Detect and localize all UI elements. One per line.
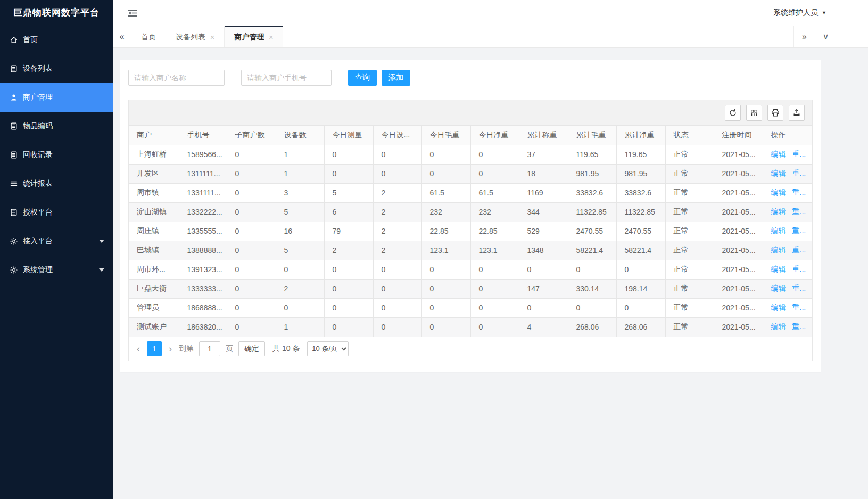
- table-cell: 2: [276, 279, 324, 298]
- chevron-down-icon: [99, 240, 104, 243]
- tabs-scroll-left-icon[interactable]: «: [113, 26, 131, 47]
- merchant-name-input[interactable]: [128, 70, 225, 86]
- list-icon: [10, 179, 18, 188]
- table-cell: 61.5: [470, 183, 519, 202]
- action-link[interactable]: 重...: [792, 246, 806, 254]
- print-icon[interactable]: [767, 105, 783, 121]
- table-cell: 0: [324, 260, 373, 279]
- action-link[interactable]: 重...: [792, 226, 806, 235]
- current-page[interactable]: 1: [147, 341, 162, 356]
- confirm-page-button[interactable]: 确定: [238, 341, 265, 356]
- table-cell: 79: [324, 222, 373, 241]
- sidebar-item-item-code[interactable]: 物品编码: [0, 112, 113, 141]
- action-link[interactable]: 编辑: [771, 246, 786, 254]
- table-cell: 1868888...: [179, 298, 227, 317]
- table-cell: 2021-05...: [714, 260, 763, 279]
- user-icon: [10, 93, 18, 102]
- table-cell: 58221.4: [568, 241, 616, 260]
- action-link[interactable]: 编辑: [771, 265, 786, 273]
- columns-icon[interactable]: [746, 105, 762, 121]
- action-link[interactable]: 编辑: [771, 284, 786, 292]
- sidebar-item-merchant-mgmt[interactable]: 商户管理: [0, 83, 113, 112]
- page-size-select[interactable]: 10 条/页: [307, 341, 349, 356]
- prev-page-icon[interactable]: ‹: [135, 341, 142, 356]
- row-actions: 编辑重...: [763, 222, 812, 241]
- action-link[interactable]: 编辑: [771, 188, 786, 197]
- tab-merchant-mgmt[interactable]: 商户管理 ×: [225, 26, 283, 47]
- table-cell: 3: [276, 183, 324, 202]
- table-row: 周市镇1331111...035261.561.5116933832.63383…: [129, 183, 812, 202]
- action-link[interactable]: 重...: [792, 303, 806, 312]
- goto-page-input[interactable]: [199, 341, 220, 356]
- row-actions: 编辑重...: [763, 164, 812, 183]
- table-cell: 0: [324, 164, 373, 183]
- table-cell: 开发区: [129, 164, 179, 183]
- column-header: 手机号: [179, 126, 227, 145]
- table-cell: 0: [227, 183, 276, 202]
- action-link[interactable]: 编辑: [771, 169, 786, 177]
- table-cell: 1333333...: [179, 279, 227, 298]
- table-cell: 正常: [665, 202, 714, 222]
- sidebar-item-statistics[interactable]: 统计报表: [0, 169, 113, 198]
- pagination: ‹ 1 › 到第 页 确定 共 10 条 10 条/页: [129, 337, 812, 361]
- add-button[interactable]: 添加: [382, 70, 410, 86]
- table-cell: 巴城镇: [129, 241, 179, 260]
- caret-down-icon: ▼: [822, 10, 826, 15]
- table-cell: 11322.85: [568, 202, 616, 222]
- action-link[interactable]: 编辑: [771, 322, 786, 331]
- refresh-icon[interactable]: [725, 105, 741, 121]
- table-cell: 0: [276, 298, 324, 317]
- table-cell: 0: [470, 260, 519, 279]
- sidebar-item-device-list[interactable]: 设备列表: [0, 54, 113, 83]
- table-cell: 淀山湖镇: [129, 202, 179, 222]
- action-link[interactable]: 编辑: [771, 226, 786, 235]
- table-cell: 0: [568, 260, 616, 279]
- filter-row: 查询 添加: [128, 70, 813, 86]
- tab-home[interactable]: 首页: [131, 26, 166, 47]
- table-cell: 0: [421, 279, 470, 298]
- sidebar-nav: 首页 设备列表 商户管理 物品编码 回收记录: [0, 26, 113, 284]
- row-actions: 编辑重...: [763, 317, 812, 337]
- document-icon: [10, 64, 18, 73]
- action-link[interactable]: 编辑: [771, 207, 786, 216]
- table-cell: 1348: [519, 241, 568, 260]
- sidebar-item-home[interactable]: 首页: [0, 26, 113, 54]
- close-icon[interactable]: ×: [269, 33, 273, 42]
- action-link[interactable]: 重...: [792, 207, 806, 216]
- merchant-phone-input[interactable]: [241, 70, 332, 86]
- sidebar-item-label: 授权平台: [23, 208, 53, 217]
- table-cell: 上海虹桥: [129, 145, 179, 164]
- action-link[interactable]: 重...: [792, 322, 806, 331]
- user-dropdown[interactable]: 系统维护人员 ▼: [773, 8, 826, 18]
- tabs-menu-icon[interactable]: ∨: [815, 26, 836, 47]
- sidebar-item-system-mgmt[interactable]: 系统管理: [0, 256, 113, 284]
- sidebar-collapse-icon[interactable]: [128, 9, 137, 17]
- action-link[interactable]: 重...: [792, 169, 806, 177]
- sidebar-item-access-platform[interactable]: 接入平台: [0, 227, 113, 256]
- tabs-scroll-right-icon[interactable]: »: [793, 26, 815, 47]
- action-link[interactable]: 编辑: [771, 150, 786, 158]
- app-title: 巨鼎物联网数字平台: [0, 0, 113, 26]
- action-link[interactable]: 重...: [792, 188, 806, 197]
- search-button[interactable]: 查询: [348, 70, 377, 86]
- tab-label: 设备列表: [176, 32, 205, 42]
- table-cell: 232: [470, 202, 519, 222]
- export-icon[interactable]: [789, 105, 805, 121]
- close-icon[interactable]: ×: [210, 33, 214, 42]
- next-page-icon[interactable]: ›: [167, 341, 173, 356]
- merchant-table: 商户 手机号 子商户数 设备数 今日测量 今日设... 今日毛重 今日净重 累计…: [129, 126, 812, 337]
- row-actions: 编辑重...: [763, 298, 812, 317]
- home-icon: [10, 36, 18, 44]
- sidebar-item-auth-platform[interactable]: 授权平台: [0, 198, 113, 227]
- action-link[interactable]: 编辑: [771, 303, 786, 312]
- table-cell: 2021-05...: [714, 241, 763, 260]
- sidebar-item-recycle-record[interactable]: 回收记录: [0, 141, 113, 169]
- action-link[interactable]: 重...: [792, 150, 806, 158]
- column-header: 商户: [129, 126, 179, 145]
- tab-device-list[interactable]: 设备列表 ×: [166, 26, 225, 47]
- action-link[interactable]: 重...: [792, 265, 806, 273]
- table-cell: 33832.6: [616, 183, 665, 202]
- action-link[interactable]: 重...: [792, 284, 806, 292]
- content-area: 查询 添加: [113, 48, 868, 499]
- table-cell: 0: [227, 145, 276, 164]
